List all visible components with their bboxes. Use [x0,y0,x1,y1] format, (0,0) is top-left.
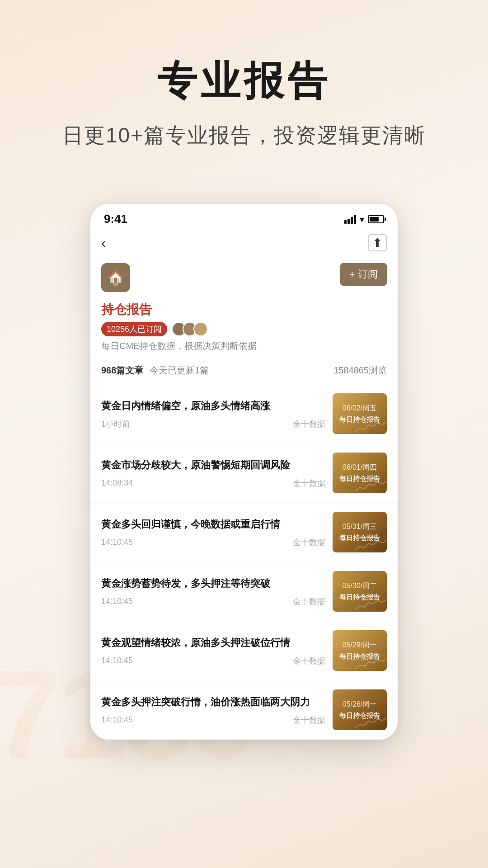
article-title: 黄金多头押注突破行情，油价涨热面临两大阴力 [101,694,325,709]
channel-header: 🏠 + 订阅 [90,259,398,299]
thumb-date: 05/30/周二 [343,581,377,591]
article-item[interactable]: 黄金多头押注突破行情，油价涨热面临两大阴力 14:10:45 金十数据 05/2… [90,680,398,740]
back-button[interactable]: ‹ [101,235,106,251]
article-source: 金十数据 [293,419,325,429]
article-content: 黄金观望情绪较浓，原油多头押注破位行情 14:10:45 金十数据 [101,635,325,666]
thumb-date: 05/31/周三 [343,522,377,532]
article-item[interactable]: 黄金日内情绪偏空，原油多头情绪高涨 1小时前 金十数据 06/02/周五 每日持… [90,384,398,443]
article-title: 黄金市场分歧较大，原油警惕短期回调风险 [101,458,325,472]
avatar [193,322,208,336]
article-count: 968篇文章 [101,365,143,375]
signal-icon [344,215,356,224]
article-source: 金十数据 [293,596,325,607]
battery-icon [368,215,384,223]
article-thumbnail: 05/26/周一 每日持仓报告 [333,689,387,730]
thumb-date: 06/02/周五 [343,403,377,413]
article-meta: 14:10:45 金十数据 [101,596,325,607]
article-item[interactable]: 黄金涨势蓄势待发，多头押注等待突破 14:10:45 金十数据 05/30/周二… [90,562,398,621]
article-time: 14:10:45 [101,656,133,665]
thumb-chart-icon [355,655,387,671]
top-section: 专业报告 日更10+篇专业报告，投资逻辑更清晰 [0,0,488,177]
update-today: 今天已更新1篇 [150,365,209,375]
wifi-icon: ▾ [360,214,364,225]
page-subtitle: 日更10+篇专业报告，投资逻辑更清晰 [27,122,461,150]
status-time: 9:41 [104,212,127,226]
avatar-group [172,322,208,336]
article-source: 金十数据 [293,537,325,548]
article-meta: 1小时前 金十数据 [101,419,325,429]
thumb-date: 05/26/周一 [343,699,377,709]
channel-desc: 每日CME持仓数据，根据决策判断依据 [101,340,387,352]
article-item[interactable]: 黄金多头回归谨慎，今晚数据或重启行情 14:10:45 金十数据 05/31/周… [90,503,398,562]
thumb-chart-icon [355,418,387,434]
article-thumbnail: 06/01/周四 每日持仓报告 [333,453,387,493]
thumb-date: 05/29/周一 [343,640,377,650]
nav-bar: ‹ ⬆ [90,231,398,259]
channel-logo-icon: 🏠 [107,269,125,286]
article-thumbnail: 05/31/周三 每日持仓报告 [333,512,387,552]
page-title: 专业报告 [27,54,461,108]
article-title: 黄金涨势蓄势待发，多头押注等待突破 [101,576,325,591]
thumb-chart-icon [355,477,387,493]
subscribe-button[interactable]: + 订阅 [340,263,387,286]
article-source: 金十数据 [293,478,325,489]
article-time: 14:10:45 [101,597,133,606]
phone-mockup: 9:41 ▾ ‹ ⬆ 🏠 + 订阅 持仓报告 10256人已订阅 [90,204,398,740]
article-thumbnail: 06/02/周五 每日持仓报告 [333,393,387,434]
status-bar: 9:41 ▾ [90,204,398,231]
thumb-chart-icon [355,596,387,612]
thumb-date: 06/01/周四 [343,462,377,472]
article-title: 黄金日内情绪偏空，原油多头情绪高涨 [101,398,325,413]
article-meta: 14:10:45 金十数据 [101,656,325,666]
article-title: 黄金多头回归谨慎，今晚数据或重启行情 [101,517,325,532]
article-thumbnail: 05/30/周二 每日持仓报告 [333,571,387,612]
article-list: 黄金日内情绪偏空，原油多头情绪高涨 1小时前 金十数据 06/02/周五 每日持… [90,384,398,740]
article-time: 14:10:45 [101,538,133,547]
article-meta: 14:08:34 金十数据 [101,478,325,489]
article-source: 金十数据 [293,656,325,666]
article-content: 黄金多头回归谨慎，今晚数据或重启行情 14:10:45 金十数据 [101,517,325,548]
article-content: 黄金多头押注突破行情，油价涨热面临两大阴力 14:10:45 金十数据 [101,694,325,726]
article-time: 14:10:45 [101,715,133,725]
article-item[interactable]: 黄金市场分歧较大，原油警惕短期回调风险 14:08:34 金十数据 06/01/… [90,443,398,503]
article-content: 黄金市场分歧较大，原油警惕短期回调风险 14:08:34 金十数据 [101,458,325,489]
stats-views: 1584865浏览 [333,364,387,377]
article-content: 黄金涨势蓄势待发，多头押注等待突破 14:10:45 金十数据 [101,576,325,607]
subscriber-badge: 10256人已订阅 [101,322,167,336]
article-thumbnail: 05/29/周一 每日持仓报告 [333,630,387,671]
article-time: 14:08:34 [101,478,133,488]
article-meta: 14:10:45 金十数据 [101,715,325,726]
stats-row: 968篇文章 今天已更新1篇 1584865浏览 [90,357,398,384]
article-title: 黄金观望情绪较浓，原油多头押注破位行情 [101,635,325,650]
channel-badge-row: 10256人已订阅 [101,322,387,336]
thumb-chart-icon [355,714,387,730]
status-icons: ▾ [344,214,384,225]
article-item[interactable]: 黄金观望情绪较浓，原油多头押注破位行情 14:10:45 金十数据 05/29/… [90,621,398,680]
article-meta: 14:10:45 金十数据 [101,537,325,548]
article-source: 金十数据 [293,715,325,726]
channel-info: 持仓报告 10256人已订阅 每日CME持仓数据，根据决策判断依据 [90,299,398,357]
stats-left: 968篇文章 今天已更新1篇 [101,364,209,377]
thumb-chart-icon [355,537,387,552]
article-time: 1小时前 [101,419,130,429]
article-content: 黄金日内情绪偏空，原油多头情绪高涨 1小时前 金十数据 [101,398,325,429]
share-button[interactable]: ⬆ [368,234,387,251]
channel-name: 持仓报告 [101,301,387,318]
channel-logo: 🏠 [101,263,130,292]
